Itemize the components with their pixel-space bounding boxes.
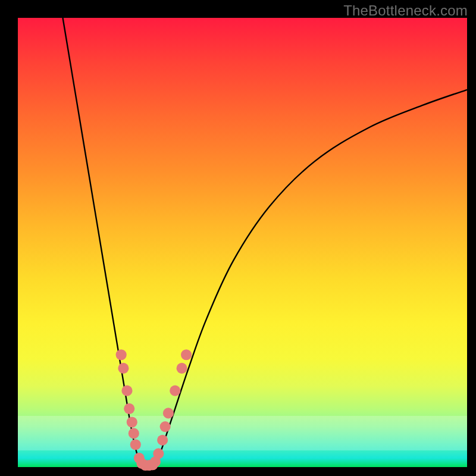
- marker-dot: [121, 386, 132, 396]
- plot-area: [18, 18, 467, 467]
- marker-dots: [116, 349, 192, 471]
- watermark-text: TheBottleneck.com: [343, 2, 468, 19]
- marker-dot: [130, 439, 141, 450]
- marker-dot: [160, 421, 171, 432]
- chart-frame: TheBottleneck.com: [0, 0, 476, 476]
- marker-dot: [116, 349, 127, 360]
- marker-dot: [129, 428, 139, 439]
- marker-dot: [163, 408, 174, 418]
- marker-dot: [177, 363, 187, 374]
- marker-dot: [157, 435, 168, 446]
- marker-dot: [127, 416, 137, 427]
- curve-right: [153, 90, 468, 467]
- marker-dot: [181, 349, 192, 360]
- marker-dot: [170, 386, 180, 396]
- marker-dot: [124, 403, 134, 414]
- marker-dot: [118, 363, 129, 374]
- curve-left: [63, 18, 144, 467]
- curve-layer: [18, 18, 467, 467]
